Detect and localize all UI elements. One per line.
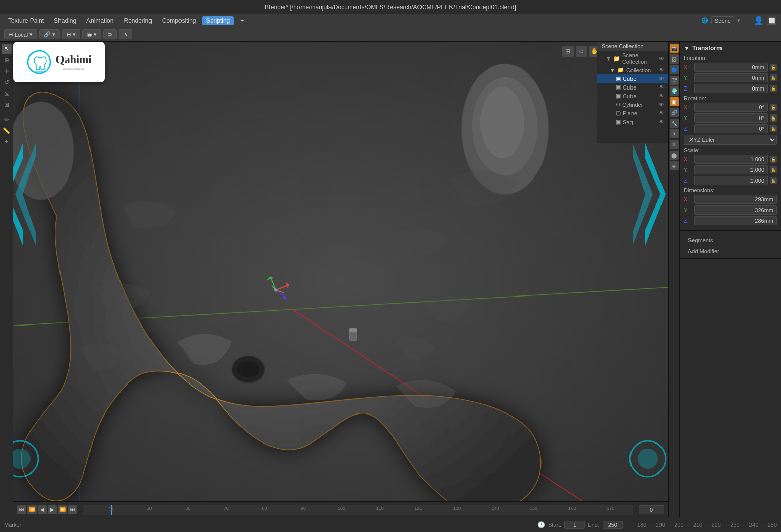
dimensions-y-key: Y: [684, 207, 692, 213]
location-y-lock[interactable]: 🔒 [770, 74, 777, 81]
scale-z-lock[interactable]: 🔒 [770, 177, 777, 184]
location-z-value[interactable]: 0mm [694, 84, 768, 93]
outliner-item-collection[interactable]: ▼ 📁 Collection 👁 [597, 66, 668, 74]
location-x-lock[interactable]: 🔒 [770, 64, 777, 71]
dimensions-label: Dimensions: [684, 187, 777, 193]
cube3-visibility-icon[interactable]: 👁 [659, 93, 664, 99]
scale-z-key: Z: [684, 178, 692, 184]
local-mode-btn[interactable]: ⊕ Local ▾ [4, 29, 37, 39]
outliner-item-seg[interactable]: ▣ Seg... 👁 [597, 117, 668, 126]
ruler-numbers: 180 ···· 190 ···· 200 ···· 210 ···· 220 … [637, 522, 777, 528]
cube2-visibility-icon[interactable]: 👁 [659, 84, 664, 90]
select-tool[interactable]: ↖ [2, 44, 12, 54]
menu-compositing[interactable]: Compositing [158, 16, 200, 25]
status-bar: Marker 🕐 Start: 1 End: 250 180 ···· 190 … [0, 517, 781, 532]
location-z-lock[interactable]: 🔒 [770, 85, 777, 92]
menu-animation[interactable]: Animation [82, 16, 117, 25]
ruler-label-160: 160 [568, 506, 576, 511]
annotate-tool[interactable]: ✏ [2, 114, 12, 125]
rotation-y-value[interactable]: 0° [694, 113, 768, 123]
prop-icon-constraints[interactable]: 🔗 [670, 108, 679, 117]
outliner-item-cube-3[interactable]: ▣ Cube 👁 [597, 92, 668, 100]
scale-x-lock[interactable]: 🔒 [770, 156, 777, 163]
location-y-key: Y: [684, 75, 692, 81]
scale-z-value[interactable]: 1.000 [694, 176, 768, 185]
move-tool[interactable]: ✛ [2, 66, 12, 76]
grid-icon: ∧ [124, 31, 128, 38]
prop-icon-object[interactable]: ▣ [670, 97, 679, 106]
scale-y-value[interactable]: 1.000 [694, 165, 768, 174]
prop-icon-particles[interactable]: ✦ [670, 129, 679, 138]
transform-btn[interactable]: ⊞ ▾ [62, 29, 80, 39]
jump-end-btn[interactable]: ⏭ [68, 505, 77, 514]
prop-icon-render[interactable]: 📷 [670, 44, 679, 53]
play-btn[interactable]: ▶ [48, 505, 57, 514]
prop-icon-modifier[interactable]: 🔧 [670, 119, 679, 128]
dimensions-x-value[interactable]: 293mm [694, 195, 777, 204]
menu-scripting[interactable]: Scripting [202, 16, 234, 25]
svg-marker-15 [285, 282, 289, 288]
frame-counter[interactable]: 0 [639, 505, 664, 514]
viewport[interactable]: Orientation Manipulator ⊞ ☺ ✋ 🔍 Z Y X [13, 42, 669, 517]
menu-add-workspace[interactable]: + [236, 16, 248, 25]
proportional-btn[interactable]: ⊃ [103, 29, 117, 39]
prop-icon-world[interactable]: 🌍 [670, 86, 679, 96]
seg-visibility-icon[interactable]: 👁 [659, 119, 664, 125]
end-value[interactable]: 250 [603, 521, 623, 529]
scale-tool[interactable]: ⇲ [2, 88, 12, 99]
view-camera-icon[interactable]: ⊞ [562, 46, 574, 57]
overlay-btn[interactable]: ◉ ▾ [82, 29, 101, 39]
rotation-mode-row: XYZ Euler [684, 135, 777, 145]
menu-rendering[interactable]: Rendering [119, 16, 156, 25]
add-tool[interactable]: + [2, 137, 12, 147]
next-keyframe-btn[interactable]: ⏩ [58, 505, 67, 514]
logo-text: Qahimi [56, 53, 92, 66]
scale-x-value[interactable]: 1.000 [694, 155, 768, 164]
rotation-z-value[interactable]: 0° [694, 124, 768, 133]
timeline-ruler[interactable]: 40 50 60 70 80 90 100 110 120 130 140 15… [83, 505, 633, 515]
prop-icon-scene[interactable]: 🎬 [670, 76, 679, 85]
visibility-icon[interactable]: 👁 [659, 56, 664, 62]
scale-y-row: Y: 1.000 🔒 [684, 165, 777, 174]
start-value[interactable]: 1 [564, 521, 585, 529]
collection-visibility-icon[interactable]: 👁 [659, 67, 664, 73]
rotate-tool[interactable]: ↺ [2, 77, 12, 87]
menu-texture-paint[interactable]: Texture Paint [4, 16, 48, 25]
measure-tool[interactable]: 📏 [2, 126, 12, 136]
prop-icon-view[interactable]: 🔵 [670, 65, 679, 74]
scale-y-lock[interactable]: 🔒 [770, 166, 777, 173]
jump-start-btn[interactable]: ⏮ [17, 505, 26, 514]
outliner-item-cube-2[interactable]: ▣ Cube 👁 [597, 83, 668, 92]
rotation-x-value[interactable]: 0° [694, 103, 768, 112]
rotation-y-lock[interactable]: 🔒 [770, 114, 777, 122]
rotation-z-lock[interactable]: 🔒 [770, 125, 777, 132]
cursor-tool[interactable]: ⊕ [2, 55, 12, 65]
location-y-row: Y: 0mm 🔒 [684, 73, 777, 82]
outliner-item-cube-1[interactable]: ▣ Cube 👁 [597, 74, 668, 83]
plane-visibility-icon[interactable]: 👁 [659, 110, 664, 116]
location-y-value[interactable]: 0mm [694, 73, 768, 82]
prop-icon-material[interactable]: ⬤ [670, 151, 679, 160]
menu-shading[interactable]: Shading [50, 16, 80, 25]
cube1-visibility-icon[interactable]: 👁 [659, 76, 664, 81]
snap-grid-btn[interactable]: ∧ [119, 29, 132, 39]
outliner-item-cylinder[interactable]: ⊙ Cylinder 👁 [597, 100, 668, 109]
dimensions-y-value[interactable]: 326mm [694, 205, 777, 215]
prev-keyframe-btn[interactable]: ⏪ [27, 505, 37, 514]
prop-icon-physics[interactable]: ⚛ [670, 140, 679, 149]
prop-icon-data[interactable]: ◈ [670, 161, 679, 170]
outliner-item-plane[interactable]: ▢ Plane 👁 [597, 109, 668, 117]
view-render-icon[interactable]: ☺ [576, 46, 587, 57]
transform-tool[interactable]: ⊠ [2, 100, 12, 110]
prop-icon-output[interactable]: 🖼 [670, 54, 679, 64]
dimensions-x-row: X: 293mm [684, 195, 777, 204]
rotation-x-lock[interactable]: 🔒 [770, 104, 777, 111]
rotation-mode-select[interactable]: XYZ Euler [684, 135, 777, 145]
location-x-value[interactable]: 0mm [694, 63, 768, 72]
scene-selector[interactable]: Scene [711, 16, 734, 25]
outliner-item-scene-collection[interactable]: ▼ 📁 Scene Collection 👁 [597, 51, 668, 66]
play-reverse-btn[interactable]: ◀ [38, 505, 47, 514]
cylinder-visibility-icon[interactable]: 👁 [659, 102, 664, 107]
snap-btn[interactable]: 🔗 ▾ [39, 29, 60, 39]
dimensions-z-value[interactable]: 286mm [694, 216, 777, 225]
